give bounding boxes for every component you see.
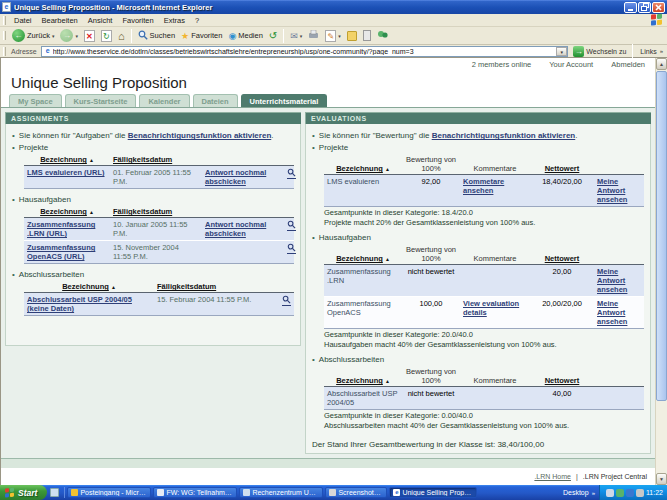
messenger-button[interactable] bbox=[374, 28, 391, 44]
ie-page-icon: e bbox=[2, 2, 11, 12]
col-nettowert[interactable]: Nettowert bbox=[530, 244, 594, 265]
tab-kurs-startseite[interactable]: Kurs-Startseite bbox=[65, 94, 137, 107]
taskbar-button-rechenzentrum[interactable]: Rechenzentrum Uni K... bbox=[239, 487, 323, 498]
tool-button[interactable] bbox=[360, 28, 374, 44]
close-button[interactable] bbox=[652, 2, 665, 13]
scroll-up-icon[interactable]: ▲ bbox=[656, 58, 667, 70]
comments-link[interactable]: Kommetare ansehen bbox=[463, 177, 504, 195]
address-dropdown-icon[interactable]: ▾ bbox=[556, 47, 567, 56]
menu-bearbeiten[interactable]: Bearbeiten bbox=[37, 16, 83, 25]
menu-favoriten[interactable]: Favoriten bbox=[117, 16, 158, 25]
magnifier-icon[interactable] bbox=[287, 243, 296, 254]
menubar-grip[interactable] bbox=[3, 16, 6, 25]
scroll-down-icon[interactable]: ▼ bbox=[656, 473, 667, 485]
notify-activate-link[interactable]: Benachrichtigungsfunktion aktivieren bbox=[432, 131, 576, 140]
minimize-button[interactable] bbox=[624, 2, 637, 13]
scrollbar-thumb[interactable] bbox=[656, 71, 667, 401]
edit-dropdown-icon[interactable]: ▾ bbox=[338, 33, 341, 39]
col-bezeichnung[interactable]: Bezeichnung ▲ bbox=[324, 244, 402, 265]
taskbar-button-usp[interactable]: e Unique Selling Proposi... bbox=[389, 487, 477, 498]
print-button[interactable] bbox=[305, 28, 322, 44]
taskbar-button-mail[interactable]: FW: WG: Teilnahme v... bbox=[153, 487, 237, 498]
resubmit-link[interactable]: Antwort nochmal abschicken bbox=[205, 168, 266, 186]
projekte-title: •Projekte bbox=[12, 143, 294, 152]
col-faelligkeitsdatum[interactable]: Fälligkeitsdatum bbox=[154, 281, 264, 293]
bullet-icon: • bbox=[12, 143, 15, 152]
media-button[interactable]: ◉ Medien bbox=[225, 28, 265, 44]
stop-icon: ✕ bbox=[84, 30, 95, 42]
col-bezeichnung[interactable]: Bezeichnung ▲ bbox=[324, 154, 402, 175]
menu-extras[interactable]: Extras bbox=[159, 16, 190, 25]
mail-button[interactable]: ✉ ▾ bbox=[287, 28, 305, 44]
assignment-link[interactable]: Abschlussarbeit USP 2004/05 (keine Daten… bbox=[27, 295, 132, 313]
stop-button[interactable]: ✕ bbox=[81, 28, 98, 44]
menu-hilfe[interactable]: ? bbox=[190, 16, 204, 25]
links-chevron-icon[interactable]: » bbox=[660, 48, 663, 54]
favorites-button[interactable]: ★ Favoriten bbox=[178, 28, 225, 44]
tab-kalender[interactable]: Kalender bbox=[139, 94, 189, 107]
col-bezeichnung[interactable]: Bezeichnung ▲ bbox=[24, 206, 110, 218]
tab-unterrichtsmaterial[interactable]: Unterrichtsmaterial bbox=[241, 94, 328, 107]
history-button[interactable]: ↺ bbox=[266, 28, 280, 44]
restore-button[interactable] bbox=[638, 2, 651, 13]
menu-ansicht[interactable]: Ansicht bbox=[83, 16, 118, 25]
tray-icon[interactable] bbox=[616, 489, 624, 497]
refresh-button[interactable]: ↻ bbox=[98, 28, 115, 44]
taskbar-button-screenshots[interactable]: Screenshots dotLR... bbox=[325, 487, 387, 498]
start-button[interactable]: Start bbox=[0, 485, 47, 500]
my-answer-link[interactable]: Meine Antwort ansehen bbox=[597, 177, 627, 204]
links-toolbar[interactable]: Links » bbox=[636, 48, 667, 55]
magnifier-icon[interactable] bbox=[287, 168, 296, 179]
my-answer-link[interactable]: Meine Antwort ansehen bbox=[597, 299, 627, 326]
assignment-link[interactable]: Zusammenfassung .LRN (URL) bbox=[27, 220, 95, 238]
tray-icon[interactable] bbox=[636, 489, 644, 497]
desktop-chevron-icon[interactable]: » bbox=[592, 490, 595, 496]
back-button[interactable]: ← Zurück ▾ bbox=[9, 28, 57, 44]
desktop-toolbar[interactable]: Desktop » bbox=[563, 489, 599, 496]
my-answer-link[interactable]: Meine Antwort ansehen bbox=[597, 267, 627, 294]
col-nettowert[interactable]: Nettowert bbox=[530, 366, 594, 387]
home-button[interactable]: ⌂ bbox=[115, 28, 128, 44]
logout-link[interactable]: Abmelden bbox=[611, 60, 645, 69]
assignment-link[interactable]: Zusammenfassung OpenACS (URL) bbox=[27, 243, 95, 261]
back-dropdown-icon[interactable]: ▾ bbox=[52, 33, 55, 39]
tab-dateien[interactable]: Dateien bbox=[193, 94, 238, 107]
forward-dropdown-icon[interactable]: ▾ bbox=[75, 33, 78, 39]
mail-icon: ✉ bbox=[290, 31, 298, 41]
menu-datei[interactable]: Datei bbox=[9, 16, 37, 25]
tab-my-space[interactable]: My Space bbox=[9, 94, 62, 107]
toolbar-grip[interactable] bbox=[3, 31, 6, 40]
col-faelligkeitsdatum[interactable]: Fälligkeitsdatum bbox=[110, 206, 202, 218]
page-title: Unique Selling Proposition bbox=[1, 70, 655, 93]
addressbar-grip[interactable] bbox=[3, 47, 6, 56]
resubmit-link[interactable]: Antwort nochmal abschicken bbox=[205, 220, 266, 238]
lrn-home-link[interactable]: .LRN Home bbox=[534, 473, 571, 480]
evaluations-header: EVALUATIONS bbox=[305, 112, 651, 124]
col-bezeichnung[interactable]: Bezeichnung ▲ bbox=[324, 366, 402, 387]
section-label: Hausaufgaben bbox=[19, 195, 71, 204]
address-input[interactable] bbox=[52, 47, 557, 56]
mail-dropdown-icon[interactable]: ▾ bbox=[300, 33, 303, 39]
tray-icon[interactable] bbox=[606, 489, 614, 497]
notify-activate-link[interactable]: Benachrichtigungsfunktion aktivieren bbox=[128, 131, 272, 140]
vertical-scrollbar[interactable]: ▲ ▼ bbox=[655, 58, 667, 485]
magnifier-icon[interactable] bbox=[282, 295, 291, 306]
quick-launch-icon[interactable] bbox=[50, 488, 59, 497]
col-bezeichnung[interactable]: Bezeichnung ▲ bbox=[24, 154, 110, 166]
lrn-project-central-link[interactable]: .LRN Project Central bbox=[583, 473, 647, 480]
edit-button[interactable]: ✎ ▾ bbox=[322, 28, 344, 44]
search-button[interactable]: Suchen bbox=[135, 28, 178, 44]
col-nettowert[interactable]: Nettowert bbox=[530, 154, 594, 175]
eval-details-link[interactable]: View evaluation details bbox=[463, 299, 519, 317]
col-faelligkeitsdatum[interactable]: Fälligkeitsdatum bbox=[110, 154, 202, 166]
taskbar-button-posteingang[interactable]: Posteingang - Micros... bbox=[67, 487, 151, 498]
col-bewertung: Bewertung von 100% bbox=[402, 244, 460, 265]
tray-icon[interactable] bbox=[626, 489, 634, 497]
your-account-link[interactable]: Your Account bbox=[549, 60, 593, 69]
forward-button[interactable]: → ▾ bbox=[57, 28, 81, 44]
col-bezeichnung[interactable]: Bezeichnung ▲ bbox=[24, 281, 154, 293]
discuss-button[interactable] bbox=[344, 28, 360, 44]
go-button[interactable]: → Wechseln zu bbox=[570, 46, 629, 57]
magnifier-icon[interactable] bbox=[287, 220, 296, 231]
assignment-link[interactable]: LMS evaluieren (URL) bbox=[27, 168, 105, 177]
